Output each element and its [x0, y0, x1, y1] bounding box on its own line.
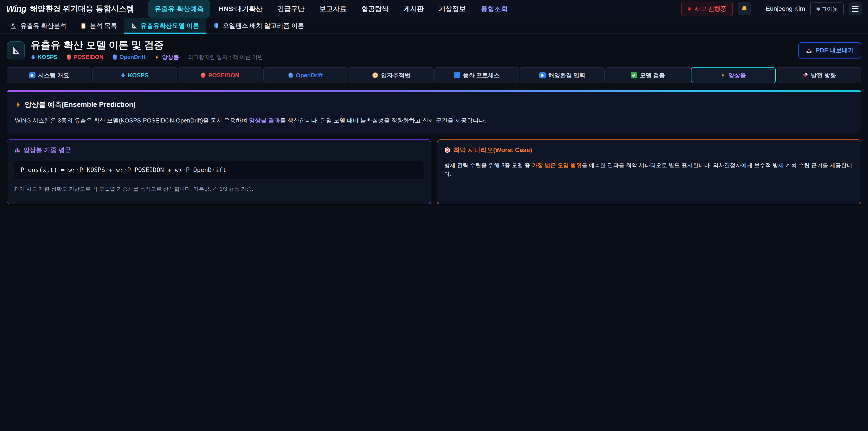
menu-item-reports[interactable]: 보고자료 [313, 0, 353, 18]
highlight-widest-range: 가장 넓은 오염 범위 [532, 162, 582, 168]
incident-status-badge: 사고 진행중 [681, 2, 733, 16]
tab-oil-fence-algorithm-theory[interactable]: 오일펜스 배치 알고리즘 이론 [206, 18, 311, 33]
model-badge-row: KOSPS POSEIDON OpenDrift 앙상블 라그랑지안 입자추적 … [31, 53, 263, 61]
bolt-icon [15, 101, 21, 108]
pill-weathering-process[interactable]: 풍화 프로세스 [434, 67, 519, 83]
microscope-icon [10, 22, 17, 29]
pill-poseidon[interactable]: POSEIDON [178, 67, 262, 83]
blue-circle-icon [288, 72, 293, 78]
red-circle-icon [201, 72, 206, 78]
compass-icon [372, 72, 378, 79]
section-nav: 시스템 개요 KOSPS POSEIDON OpenDrift 입자추적법 풍화… [7, 67, 861, 83]
section-heading: 앙상블 예측(Ensemble Prediction) [15, 100, 853, 110]
tab-label: 유출유 확산분석 [20, 22, 66, 30]
highlight-ensemble-result: 앙상블 결과 [249, 117, 280, 124]
logout-button[interactable]: 로그아웃 [810, 2, 844, 16]
bar-chart-icon [14, 147, 20, 153]
menu-item-oil-spill-prediction[interactable]: 유출유 확산예측 [148, 0, 210, 18]
user-name: Eunjeong Kim [766, 5, 805, 12]
app-title: 해양환경 위기대응 통합시스템 [30, 4, 134, 14]
target-icon [444, 147, 451, 153]
title-block: 유출유 확산 모델 이론 및 검증 KOSPS POSEIDON OpenDri… [31, 40, 263, 61]
tab-oil-spill-analysis[interactable]: 유출유 확산분석 [3, 18, 73, 33]
pill-opendrift[interactable]: OpenDrift [264, 67, 348, 83]
ensemble-section: 앙상블 예측(Ensemble Prediction) WING 시스템은 3종… [7, 92, 861, 133]
pill-model-validation[interactable]: 모델 검증 [606, 67, 690, 83]
blue-circle-icon [113, 55, 117, 60]
tab-spill-model-theory[interactable]: 유출유확산모델 이론 [124, 18, 206, 33]
badge-opendrift: OpenDrift [113, 54, 146, 60]
weighted-card-note: 과거 사고 재현 정확도 기반으로 각 모델별 가중치를 동적으로 산정합니다.… [14, 185, 424, 192]
pill-marine-environment-input[interactable]: 해양환경 입력 [520, 67, 604, 83]
menu-item-board[interactable]: 게시판 [397, 0, 430, 18]
section-description: WING 시스템은 3종의 유출유 확산 모델(KOSPS·POSEIDON·O… [15, 116, 853, 125]
menu-item-integrated-search[interactable]: 통합조회 [474, 0, 514, 18]
worst-card-title: 최악 시나리오(Worst Case) [444, 146, 854, 154]
incident-dot-icon [688, 7, 691, 11]
main-menu: 유출유 확산예측 HNS·대기확산 긴급구난 보고자료 항공탐색 게시판 기상정… [148, 0, 514, 18]
app-logo: Wing 해양환경 위기대응 통합시스템 [6, 4, 134, 14]
pill-particle-tracking[interactable]: 입자추적법 [349, 67, 434, 83]
tab-label: 분석 목록 [90, 22, 117, 30]
red-circle-icon [67, 55, 71, 60]
menu-item-aerial-search[interactable]: 항공탐색 [355, 0, 395, 18]
wave-icon [29, 72, 35, 79]
weighted-card-title: 앙상블 가중 평균 [14, 146, 424, 154]
topbar: Wing 해양환경 위기대응 통합시스템 유출유 확산예측 HNS·대기확산 긴… [0, 0, 868, 18]
pdf-export-button[interactable]: PDF 내보내기 [798, 42, 861, 59]
worst-case-card: 최악 시나리오(Worst Case) 방제 전략 수립을 위해 3종 모델 중… [437, 140, 861, 204]
pdf-export-label: PDF 내보내기 [815, 46, 854, 55]
section-gradient-accent [7, 90, 861, 92]
divider [758, 4, 758, 14]
logo-icon: Wing [6, 4, 26, 14]
pill-ensemble[interactable]: 앙상블 [691, 67, 776, 83]
subtitle-note: 라그랑지안 입자추적 이론 기반 [188, 54, 263, 61]
menu-item-emergency-rescue[interactable]: 긴급구난 [271, 0, 311, 18]
hamburger-icon [852, 6, 859, 12]
ensemble-formula: P_ens(x,t) = w₁·P_KOSPS + w₂·P_POSEIDON … [14, 160, 424, 180]
bell-icon [741, 5, 748, 13]
shield-icon [213, 22, 219, 29]
check-icon [631, 72, 637, 79]
pill-system-overview[interactable]: 시스템 개요 [7, 67, 91, 83]
download-icon [806, 47, 812, 54]
tab-label: 유출유확산모델 이론 [141, 22, 199, 30]
set-square-icon [131, 22, 137, 29]
badge-kosps: KOSPS [31, 54, 58, 60]
diamond-icon [31, 55, 35, 60]
page-title: 유출유 확산 모델 이론 및 검증 [31, 40, 263, 50]
divider [141, 4, 141, 14]
page-icon-tile [7, 41, 25, 59]
set-square-icon [11, 45, 21, 55]
sub-tabbar: 유출유 확산분석 분석 목록 유출유확산모델 이론 [0, 18, 868, 34]
bolt-icon [155, 55, 160, 60]
ensemble-cards: 앙상블 가중 평균 P_ens(x,t) = w₁·P_KOSPS + w₂·P… [7, 140, 861, 204]
tab-analysis-list[interactable]: 분석 목록 [73, 18, 124, 33]
repeat-icon [454, 72, 460, 79]
badge-ensemble: 앙상블 [155, 53, 179, 61]
bolt-icon [721, 72, 725, 78]
notifications-button[interactable] [738, 2, 751, 16]
menu-toggle-button[interactable] [848, 2, 862, 16]
tab-label: 오일펜스 배치 알고리즘 이론 [223, 22, 304, 30]
clipboard-icon [80, 22, 87, 29]
weighted-average-card: 앙상블 가중 평균 P_ens(x,t) = w₁·P_KOSPS + w₂·P… [7, 140, 431, 204]
wave-icon [539, 72, 546, 79]
worst-card-description: 방제 전략 수립을 위해 3종 모델 중 가장 넓은 오염 범위를 예측한 결과… [444, 161, 854, 178]
pill-kosps[interactable]: KOSPS [92, 67, 177, 83]
rocket-icon [802, 72, 808, 79]
incident-status-label: 사고 진행중 [694, 5, 726, 13]
badge-poseidon: POSEIDON [67, 54, 103, 60]
menu-item-hns-diffusion[interactable]: HNS·대기확산 [213, 0, 269, 18]
pill-future-direction[interactable]: 발전 방향 [777, 67, 861, 83]
page-header: 유출유 확산 모델 이론 및 검증 KOSPS POSEIDON OpenDri… [0, 34, 868, 66]
diamond-icon [121, 72, 125, 78]
menu-item-weather[interactable]: 기상정보 [432, 0, 472, 18]
